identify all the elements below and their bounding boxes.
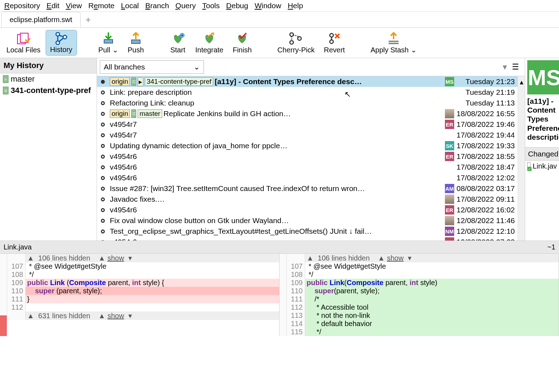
commit-row[interactable]: Test_org_eclipse_swt_graphics_TextLayout… (97, 226, 525, 237)
svg-rect-5 (104, 40, 113, 43)
menu-local[interactable]: Local (121, 1, 139, 10)
commit-row[interactable]: v4954r617/08/2022 12:02 (97, 172, 525, 183)
avatar: NM (445, 227, 454, 236)
start-button[interactable]: Start (165, 30, 190, 56)
commit-row[interactable]: v4954r717/08/2022 19:44 (97, 130, 525, 140)
pull-icon (102, 31, 115, 45)
changed-file[interactable]: Link.jav (525, 161, 559, 172)
svg-point-10 (298, 37, 301, 40)
diff-left-pane[interactable]: ▲ 106 lines hidden ▲ show ▾107 * @see Wi… (7, 254, 280, 336)
menu-help[interactable]: Help (288, 1, 303, 10)
menu-view[interactable]: View (66, 1, 82, 10)
menu-tools[interactable]: Tools (202, 1, 220, 10)
tab-repo[interactable]: eclipse.platform.swt (1, 12, 81, 27)
local-files-button[interactable]: Local Files (2, 30, 45, 56)
scrollbar[interactable]: ▴ (518, 76, 525, 241)
svg-rect-14 (389, 43, 399, 44)
ref-tag: origin (110, 109, 130, 118)
commit-row[interactable]: v4954r6ER17/08/2022 18:55 (97, 151, 525, 162)
ref-tag: 341-content-type-pref (145, 77, 213, 86)
svg-point-3 (63, 35, 67, 39)
svg-point-11 (330, 33, 333, 37)
menu-icon[interactable]: ☰ (512, 62, 519, 72)
ref-tag: ▸ (138, 77, 143, 86)
svg-rect-13 (389, 41, 399, 42)
right-marker (280, 254, 287, 336)
menu-edit[interactable]: Edit (46, 1, 59, 10)
start-icon (171, 31, 185, 45)
commit-row[interactable]: Javadoc fixes.…17/08/2022 09:11 (97, 194, 525, 205)
menu-debug[interactable]: Debug (226, 1, 248, 10)
commit-row[interactable]: v4954r7ER17/08/2022 19:46 (97, 119, 525, 130)
menu-repository[interactable]: Repository (4, 1, 40, 10)
menu-remote[interactable]: Remote (88, 1, 115, 10)
apply-stash-button[interactable]: Apply Stash ⌄ (366, 30, 421, 56)
menu-branch[interactable]: Branch (145, 1, 169, 10)
push-button[interactable]: Push (123, 30, 148, 56)
commit-row[interactable]: Link: prepare descriptionTuesday 21:19 (97, 87, 525, 98)
branch-icon: = (3, 87, 9, 94)
avatar: SK (445, 141, 454, 150)
avatar: MS (445, 77, 454, 86)
menubar: Repository Edit View Remote Local Branch… (0, 0, 559, 12)
avatar: ER (445, 120, 454, 129)
filter-icon[interactable]: ▾ (503, 62, 507, 72)
finish-icon (235, 31, 249, 45)
ref-tag: = (131, 109, 136, 118)
scroll-up-icon[interactable]: ▴ (520, 78, 523, 86)
svg-rect-6 (132, 40, 140, 43)
diff-right-pane[interactable]: ▲ 106 lines hidden ▲ show ▾107 * @see Wi… (287, 254, 559, 336)
commit-row[interactable]: Fix oval window close button on Gtk unde… (97, 215, 525, 226)
commit-row[interactable]: Issue #287: [win32] Tree.setItemCount ca… (97, 183, 525, 194)
ref-tag: origin (110, 77, 130, 86)
diff-header: Link.java ~1 (0, 241, 559, 254)
files-icon (17, 31, 30, 45)
sidebar-title: My History (0, 58, 97, 73)
svg-point-8 (290, 33, 293, 36)
commit-row[interactable]: Updating dynamic detection of java_home … (97, 140, 525, 151)
branch-icon: = (3, 75, 9, 83)
pull-button[interactable]: Pull ⌄ (94, 30, 123, 56)
avatar: ER (445, 237, 454, 241)
avatar: ER (445, 152, 454, 161)
commit-row[interactable]: origin=▸341-content-type-pref[a11y] - Co… (97, 76, 525, 87)
avatar (445, 216, 454, 225)
commit-list: origin=▸341-content-type-pref[a11y] - Co… (97, 76, 525, 241)
commit-row[interactable]: v4954r617/08/2022 18:47 (97, 162, 525, 172)
commit-row[interactable]: origin=masterReplicate Jenkins build in … (97, 108, 525, 119)
diff-view: ▲ 106 lines hidden ▲ show ▾107 * @see Wi… (0, 254, 559, 336)
sidebar: My History =master=341-content-type-pref (0, 58, 97, 241)
branch-item[interactable]: =master (0, 73, 97, 85)
revert-button[interactable]: Revert (320, 30, 349, 56)
details-pane: MS [a11y] - Content Types Preference des… (525, 58, 559, 241)
changed-header: Changed (525, 147, 559, 161)
revert-icon (328, 31, 341, 45)
commit-row[interactable]: v4954r6ER12/08/2022 07:33 (97, 237, 525, 241)
toolbar: Local Files History Pull ⌄ Push Start In… (0, 28, 559, 58)
history-icon (54, 32, 68, 45)
avatar: AM (445, 184, 454, 193)
chevron-down-icon: ⌄ (194, 63, 200, 71)
stash-icon (387, 31, 400, 45)
svg-point-12 (330, 40, 333, 43)
branch-filter-select[interactable]: All branches ⌄ (100, 60, 204, 74)
integrate-icon (202, 31, 216, 45)
svg-point-9 (290, 41, 293, 44)
menu-query[interactable]: Query (175, 1, 196, 10)
ref-tag: master (138, 109, 162, 118)
branch-item[interactable]: =341-content-type-pref (0, 85, 97, 96)
tab-bar: eclipse.platform.swt + (0, 12, 559, 28)
push-icon (129, 31, 142, 45)
integrate-button[interactable]: Integrate (191, 30, 228, 56)
menu-window[interactable]: Window (255, 1, 281, 10)
finish-button[interactable]: Finish (229, 30, 256, 56)
history-button[interactable]: History (46, 30, 77, 56)
cherry-pick-icon (289, 31, 303, 45)
commit-row[interactable]: Refactoring Link: cleanupTuesday 11:13 (97, 98, 525, 108)
tab-add-button[interactable]: + (81, 13, 96, 26)
diff-indicator: ~1 (547, 243, 555, 251)
author-avatar: MS (527, 60, 559, 94)
commit-row[interactable]: v4954r6ER12/08/2022 16:02 (97, 205, 525, 215)
avatar (445, 195, 454, 204)
cherry-pick-button[interactable]: Cherry-Pick (273, 30, 319, 56)
